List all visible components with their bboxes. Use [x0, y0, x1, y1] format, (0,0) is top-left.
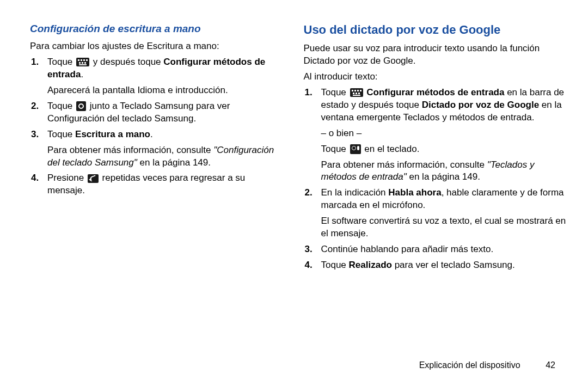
intro-text: Al introducir texto:	[304, 71, 567, 83]
left-steps: 1. Toque y después toque Configurar méto…	[30, 56, 282, 197]
step-body: Toque junto a Teclado Samsung para ver C…	[47, 100, 282, 125]
text: Para obtener más información, consulte	[321, 160, 487, 170]
step-number: 4.	[304, 259, 321, 272]
bold-text: Habla ahora	[388, 187, 441, 198]
text: Toque	[321, 87, 349, 97]
step-body: Toque Escritura a mano. Para obtener más…	[47, 128, 282, 169]
text: Toque	[321, 144, 349, 154]
text: Presione	[47, 173, 87, 183]
step-body: Toque Realizado para ver el teclado Sams…	[321, 259, 567, 272]
step-body: Presione repetidas veces para regresar a…	[47, 172, 282, 197]
footer-label: Explicación del dispositivo	[419, 360, 520, 370]
text: – o bien –	[321, 127, 567, 140]
left-column: Configuración de escritura a mano Para c…	[30, 23, 298, 275]
list-item: 4. Presione repetidas veces para regresa…	[30, 172, 282, 197]
text: Para obtener más información, consulte	[47, 145, 213, 155]
right-column: Uso del dictado por voz de Google Puede …	[298, 23, 567, 275]
step-number: 3.	[30, 128, 47, 169]
bold-text: Realizado	[349, 260, 392, 270]
keyboard-icon	[76, 58, 89, 66]
intro-text: Para cambiar los ajustes de Escritura a …	[30, 40, 282, 53]
manual-page: Configuración de escritura a mano Para c…	[0, 0, 588, 275]
section-head: Uso del dictado por voz de Google	[304, 23, 567, 37]
step-number: 1.	[30, 56, 47, 97]
list-item: 1. Toque y después toque Configurar méto…	[30, 56, 282, 97]
text: .	[81, 69, 83, 79]
list-item: 4. Toque Realizado para ver el teclado S…	[304, 259, 567, 272]
step-body: Toque y después toque Configurar métodos…	[47, 56, 282, 97]
step-number: 4.	[30, 172, 47, 197]
right-steps: 1. Toque Configurar métodos de entrada e…	[304, 87, 567, 272]
list-item: 3. Continúe hablando para añadir más tex…	[304, 243, 567, 256]
step-body: Continúe hablando para añadir más texto.	[321, 243, 567, 256]
bold-text: Escritura a mano	[75, 129, 150, 139]
text: para ver el teclado Samsung.	[392, 260, 515, 270]
step-number: 2.	[304, 187, 321, 240]
text: Toque	[47, 57, 75, 67]
text: Toque	[47, 101, 75, 111]
text: Toque	[321, 260, 349, 270]
list-item: 2. Toque junto a Teclado Samsung para ve…	[30, 100, 282, 125]
text: y después toque	[93, 57, 163, 67]
step-body: Toque Configurar métodos de entrada en l…	[321, 87, 567, 184]
page-footer: Explicación del dispositivo 42	[419, 360, 555, 370]
text: Continúe hablando para añadir más texto.	[321, 243, 567, 256]
back-icon	[88, 174, 99, 183]
list-item: 1. Toque Configurar métodos de entrada e…	[304, 87, 567, 184]
gear-mic-icon	[350, 144, 361, 154]
list-item: 3. Toque Escritura a mano. Para obtener …	[30, 128, 282, 169]
text: en el teclado.	[364, 144, 419, 154]
text: Toque	[47, 129, 75, 139]
keyboard-icon	[350, 88, 363, 97]
bold-text: Dictado por voz de Google	[422, 100, 539, 110]
step-number: 2.	[30, 100, 47, 125]
gear-icon	[76, 101, 86, 111]
text: .	[150, 129, 153, 139]
intro-text: Puede usar su voz para introducir texto …	[304, 42, 567, 68]
text: en la página 149.	[137, 157, 211, 168]
bold-text: Configurar métodos de entrada	[366, 87, 504, 97]
section-subhead: Configuración de escritura a mano	[30, 23, 282, 35]
text: Aparecerá la pantalla Idioma e introducc…	[47, 84, 282, 97]
text: en la página 149.	[407, 171, 480, 182]
list-item: 2. En la indicación Habla ahora, hable c…	[304, 187, 567, 240]
text: En la indicación	[321, 187, 389, 198]
step-body: En la indicación Habla ahora, hable clar…	[321, 187, 567, 240]
step-number: 1.	[304, 87, 321, 184]
step-number: 3.	[304, 243, 321, 256]
text: El software convertirá su voz a texto, e…	[321, 215, 567, 240]
page-number: 42	[534, 360, 555, 370]
